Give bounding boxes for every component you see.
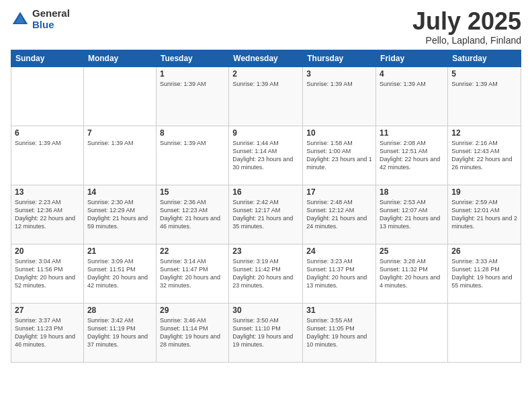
day-info: Sunrise: 3:33 AM Sunset: 11:28 PM Daylig…	[451, 257, 517, 290]
logo-blue-text: Blue	[32, 19, 70, 31]
calendar-cell	[376, 303, 448, 362]
day-info: Sunrise: 2:36 AM Sunset: 12:23 AM Daylig…	[160, 198, 225, 231]
calendar-cell: 23Sunrise: 3:19 AM Sunset: 11:42 PM Dayl…	[229, 244, 303, 303]
day-info: Sunrise: 2:30 AM Sunset: 12:29 AM Daylig…	[87, 198, 152, 231]
week-row-1: 1Sunrise: 1:39 AM2Sunrise: 1:39 AM3Sunri…	[11, 66, 521, 126]
week-row-5: 27Sunrise: 3:37 AM Sunset: 11:23 PM Dayl…	[11, 303, 521, 362]
day-number: 21	[87, 246, 152, 256]
day-number: 23	[232, 246, 299, 256]
day-number: 22	[160, 246, 225, 256]
day-info: Sunrise: 3:46 AM Sunset: 11:14 PM Daylig…	[160, 316, 225, 349]
day-number: 29	[160, 306, 225, 315]
calendar-cell: 3Sunrise: 1:39 AM	[303, 66, 376, 126]
calendar-cell: 25Sunrise: 3:28 AM Sunset: 11:32 PM Dayl…	[376, 244, 448, 303]
calendar-cell: 5Sunrise: 1:39 AM	[448, 66, 521, 126]
day-info: Sunrise: 1:39 AM	[87, 139, 152, 147]
calendar-subtitle: Pello, Lapland, Finland	[412, 35, 521, 46]
day-number: 13	[15, 187, 80, 197]
calendar-cell: 12Sunrise: 2:16 AM Sunset: 12:43 AM Dayl…	[448, 126, 521, 185]
calendar-cell: 2Sunrise: 1:39 AM	[229, 66, 303, 126]
title-block: July 2025 Pello, Lapland, Finland	[412, 8, 521, 46]
day-number: 12	[451, 128, 517, 138]
day-info: Sunrise: 3:23 AM Sunset: 11:37 PM Daylig…	[306, 257, 372, 290]
logo-icon	[11, 10, 30, 29]
calendar-cell: 18Sunrise: 2:53 AM Sunset: 12:07 AM Dayl…	[376, 185, 448, 244]
calendar-cell: 30Sunrise: 3:50 AM Sunset: 11:10 PM Dayl…	[229, 303, 303, 362]
calendar-cell: 26Sunrise: 3:33 AM Sunset: 11:28 PM Dayl…	[448, 244, 521, 303]
day-info: Sunrise: 3:42 AM Sunset: 11:19 PM Daylig…	[87, 316, 152, 349]
day-number: 27	[15, 306, 80, 315]
day-number: 5	[451, 69, 517, 79]
page: General Blue July 2025 Pello, Lapland, F…	[0, 0, 532, 411]
weekday-header-wednesday: Wednesday	[229, 50, 303, 66]
calendar-cell: 11Sunrise: 2:08 AM Sunset: 12:51 AM Dayl…	[376, 126, 448, 185]
calendar-title: July 2025	[412, 8, 521, 35]
day-info: Sunrise: 2:08 AM Sunset: 12:51 AM Daylig…	[380, 139, 444, 172]
day-info: Sunrise: 2:48 AM Sunset: 12:12 AM Daylig…	[306, 198, 372, 231]
day-number: 25	[380, 246, 444, 256]
day-info: Sunrise: 1:39 AM	[15, 139, 80, 147]
calendar-cell: 9Sunrise: 1:44 AM Sunset: 1:14 AM Daylig…	[229, 126, 303, 185]
calendar-cell: 17Sunrise: 2:48 AM Sunset: 12:12 AM Dayl…	[303, 185, 376, 244]
day-info: Sunrise: 3:19 AM Sunset: 11:42 PM Daylig…	[232, 257, 299, 290]
weekday-header-saturday: Saturday	[448, 50, 521, 66]
calendar-cell	[11, 66, 84, 126]
day-info: Sunrise: 1:39 AM	[160, 80, 225, 88]
calendar-cell: 19Sunrise: 2:59 AM Sunset: 12:01 AM Dayl…	[448, 185, 521, 244]
calendar-cell: 24Sunrise: 3:23 AM Sunset: 11:37 PM Dayl…	[303, 244, 376, 303]
day-info: Sunrise: 1:44 AM Sunset: 1:14 AM Dayligh…	[232, 139, 299, 172]
calendar-table: SundayMondayTuesdayWednesdayThursdayFrid…	[11, 50, 521, 363]
weekday-header-thursday: Thursday	[303, 50, 376, 66]
weekday-header-row: SundayMondayTuesdayWednesdayThursdayFrid…	[11, 50, 521, 66]
day-number: 1	[160, 69, 225, 79]
day-info: Sunrise: 3:09 AM Sunset: 11:51 PM Daylig…	[87, 257, 152, 290]
day-number: 3	[306, 69, 372, 79]
day-info: Sunrise: 1:39 AM	[306, 80, 372, 88]
day-number: 30	[232, 306, 299, 315]
day-number: 24	[306, 246, 372, 256]
day-number: 26	[451, 246, 517, 256]
week-row-2: 6Sunrise: 1:39 AM7Sunrise: 1:39 AM8Sunri…	[11, 126, 521, 185]
day-info: Sunrise: 2:42 AM Sunset: 12:17 AM Daylig…	[232, 198, 299, 231]
calendar-cell: 27Sunrise: 3:37 AM Sunset: 11:23 PM Dayl…	[11, 303, 84, 362]
day-number: 16	[232, 187, 299, 197]
day-number: 28	[87, 306, 152, 315]
day-number: 31	[306, 306, 372, 315]
day-info: Sunrise: 3:28 AM Sunset: 11:32 PM Daylig…	[380, 257, 444, 290]
day-number: 2	[232, 69, 299, 79]
calendar-cell: 14Sunrise: 2:30 AM Sunset: 12:29 AM Dayl…	[83, 185, 156, 244]
day-info: Sunrise: 2:16 AM Sunset: 12:43 AM Daylig…	[451, 139, 517, 172]
calendar-cell: 6Sunrise: 1:39 AM	[11, 126, 84, 185]
calendar-cell	[448, 303, 521, 362]
calendar-cell: 1Sunrise: 1:39 AM	[156, 66, 228, 126]
day-number: 19	[451, 187, 517, 197]
week-row-3: 13Sunrise: 2:23 AM Sunset: 12:36 AM Dayl…	[11, 185, 521, 244]
logo-text: General Blue	[32, 8, 70, 30]
day-number: 18	[380, 187, 444, 197]
day-info: Sunrise: 1:39 AM	[380, 80, 444, 88]
calendar-cell	[83, 66, 156, 126]
weekday-header-tuesday: Tuesday	[156, 50, 228, 66]
calendar-cell: 22Sunrise: 3:14 AM Sunset: 11:47 PM Dayl…	[156, 244, 228, 303]
weekday-header-monday: Monday	[83, 50, 156, 66]
day-info: Sunrise: 3:04 AM Sunset: 11:56 PM Daylig…	[15, 257, 80, 290]
calendar-cell: 8Sunrise: 1:39 AM	[156, 126, 228, 185]
day-number: 15	[160, 187, 225, 197]
day-number: 6	[15, 128, 80, 138]
day-number: 8	[160, 128, 225, 138]
day-number: 10	[306, 128, 372, 138]
weekday-header-friday: Friday	[376, 50, 448, 66]
calendar-cell: 28Sunrise: 3:42 AM Sunset: 11:19 PM Dayl…	[83, 303, 156, 362]
day-info: Sunrise: 2:59 AM Sunset: 12:01 AM Daylig…	[451, 198, 517, 231]
calendar-cell: 20Sunrise: 3:04 AM Sunset: 11:56 PM Dayl…	[11, 244, 84, 303]
day-info: Sunrise: 3:50 AM Sunset: 11:10 PM Daylig…	[232, 316, 299, 349]
day-number: 17	[306, 187, 372, 197]
day-info: Sunrise: 1:39 AM	[451, 80, 517, 88]
calendar-cell: 4Sunrise: 1:39 AM	[376, 66, 448, 126]
day-number: 9	[232, 128, 299, 138]
header: General Blue July 2025 Pello, Lapland, F…	[11, 8, 521, 46]
calendar-cell: 15Sunrise: 2:36 AM Sunset: 12:23 AM Dayl…	[156, 185, 228, 244]
day-info: Sunrise: 1:39 AM	[160, 139, 225, 147]
calendar-cell: 16Sunrise: 2:42 AM Sunset: 12:17 AM Dayl…	[229, 185, 303, 244]
day-number: 7	[87, 128, 152, 138]
